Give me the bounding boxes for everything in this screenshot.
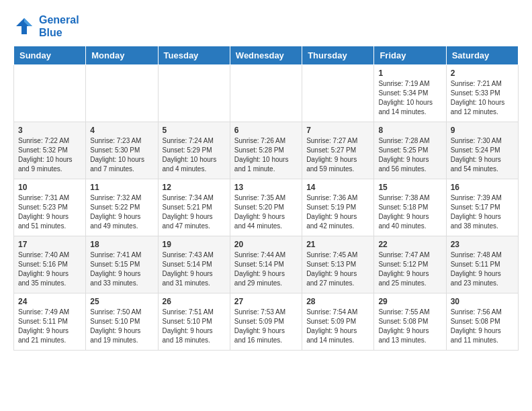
- day-number: 1: [378, 68, 441, 78]
- calendar-cell: 11 Sunrise: 7:32 AM Sunset: 5:22 PM Dayl…: [86, 179, 158, 236]
- calendar-cell: 23 Sunrise: 7:48 AM Sunset: 5:11 PM Dayl…: [446, 236, 518, 293]
- sunset-label: Sunset: 5:19 PM: [306, 203, 356, 211]
- day-number: 3: [18, 126, 81, 135]
- calendar-cell: 21 Sunrise: 7:45 AM Sunset: 5:13 PM Dayl…: [302, 236, 374, 293]
- day-number: 17: [18, 240, 81, 249]
- sunrise-label: Sunrise: 7:27 AM: [306, 137, 357, 144]
- day-number: 22: [378, 240, 441, 249]
- day-number: 26: [163, 297, 226, 306]
- calendar-cell: 2 Sunrise: 7:21 AM Sunset: 5:33 PM Dayli…: [446, 65, 518, 122]
- day-number: 10: [18, 183, 81, 192]
- daylight-label: Daylight: 9 hours and 19 minutes.: [90, 327, 140, 344]
- day-info: Sunrise: 7:35 AM Sunset: 5:20 PM Dayligh…: [234, 193, 298, 231]
- calendar-cell: [302, 65, 374, 122]
- day-info: Sunrise: 7:30 AM Sunset: 5:24 PM Dayligh…: [451, 136, 514, 174]
- logo-icon: [13, 15, 35, 37]
- day-number: 19: [163, 240, 226, 249]
- daylight-label: Daylight: 9 hours and 51 minutes.: [18, 213, 69, 230]
- day-info: Sunrise: 7:36 AM Sunset: 5:19 PM Dayligh…: [306, 193, 369, 231]
- daylight-label: Daylight: 9 hours and 44 minutes.: [234, 213, 285, 230]
- sunrise-label: Sunrise: 7:24 AM: [163, 137, 214, 144]
- sunrise-label: Sunrise: 7:26 AM: [234, 137, 285, 144]
- sunrise-label: Sunrise: 7:47 AM: [378, 251, 429, 259]
- day-number: 2: [451, 68, 514, 78]
- calendar-cell: 25 Sunrise: 7:50 AM Sunset: 5:10 PM Dayl…: [86, 293, 158, 351]
- daylight-label: Daylight: 9 hours and 59 minutes.: [306, 156, 357, 173]
- calendar-cell: 1 Sunrise: 7:19 AM Sunset: 5:34 PM Dayli…: [374, 65, 446, 122]
- daylight-label: Daylight: 10 hours and 1 minute.: [234, 156, 289, 173]
- sunrise-label: Sunrise: 7:36 AM: [306, 194, 357, 201]
- day-number: 13: [234, 183, 298, 192]
- daylight-label: Daylight: 9 hours and 49 minutes.: [90, 213, 140, 230]
- day-info: Sunrise: 7:23 AM Sunset: 5:30 PM Dayligh…: [90, 136, 153, 174]
- sunset-label: Sunset: 5:10 PM: [163, 318, 212, 325]
- sunset-label: Sunset: 5:14 PM: [163, 261, 212, 268]
- calendar-cell: [230, 65, 302, 122]
- daylight-label: Daylight: 9 hours and 16 minutes.: [234, 327, 285, 344]
- calendar-cell: 26 Sunrise: 7:51 AM Sunset: 5:10 PM Dayl…: [158, 293, 230, 351]
- day-info: Sunrise: 7:51 AM Sunset: 5:10 PM Dayligh…: [163, 308, 226, 345]
- day-info: Sunrise: 7:47 AM Sunset: 5:12 PM Dayligh…: [378, 250, 441, 288]
- sunrise-label: Sunrise: 7:51 AM: [163, 308, 214, 316]
- daylight-label: Daylight: 9 hours and 35 minutes.: [18, 270, 69, 287]
- daylight-label: Daylight: 9 hours and 31 minutes.: [163, 270, 213, 287]
- day-info: Sunrise: 7:41 AM Sunset: 5:15 PM Dayligh…: [90, 250, 153, 288]
- sunset-label: Sunset: 5:12 PM: [378, 261, 428, 268]
- calendar-cell: 30 Sunrise: 7:56 AM Sunset: 5:08 PM Dayl…: [446, 293, 518, 351]
- day-number: 6: [234, 126, 298, 135]
- day-info: Sunrise: 7:45 AM Sunset: 5:13 PM Dayligh…: [306, 250, 369, 288]
- sunset-label: Sunset: 5:08 PM: [378, 318, 428, 325]
- sunrise-label: Sunrise: 7:48 AM: [451, 251, 502, 259]
- sunrise-label: Sunrise: 7:44 AM: [234, 251, 285, 259]
- sunset-label: Sunset: 5:33 PM: [451, 89, 500, 97]
- sunrise-label: Sunrise: 7:19 AM: [378, 80, 429, 87]
- day-number: 28: [306, 297, 369, 306]
- page-header: General Blue: [13, 13, 519, 39]
- calendar-week-row: 10 Sunrise: 7:31 AM Sunset: 5:23 PM Dayl…: [14, 179, 519, 236]
- day-number: 8: [378, 126, 441, 135]
- calendar-cell: 6 Sunrise: 7:26 AM Sunset: 5:28 PM Dayli…: [230, 122, 302, 179]
- sunset-label: Sunset: 5:13 PM: [306, 261, 356, 268]
- day-number: 5: [163, 126, 226, 135]
- calendar-cell: 22 Sunrise: 7:47 AM Sunset: 5:12 PM Dayl…: [374, 236, 446, 293]
- daylight-label: Daylight: 10 hours and 14 minutes.: [378, 99, 433, 116]
- calendar-header-monday: Monday: [86, 46, 158, 65]
- daylight-label: Daylight: 9 hours and 40 minutes.: [378, 213, 429, 230]
- sunrise-label: Sunrise: 7:55 AM: [378, 308, 429, 316]
- daylight-label: Daylight: 9 hours and 21 minutes.: [18, 327, 69, 344]
- day-number: 7: [306, 126, 369, 135]
- daylight-label: Daylight: 9 hours and 11 minutes.: [451, 327, 501, 344]
- sunrise-label: Sunrise: 7:34 AM: [163, 194, 214, 201]
- sunset-label: Sunset: 5:23 PM: [18, 203, 68, 211]
- calendar-cell: 24 Sunrise: 7:49 AM Sunset: 5:11 PM Dayl…: [14, 293, 86, 351]
- calendar-cell: [158, 65, 230, 122]
- calendar-cell: 17 Sunrise: 7:40 AM Sunset: 5:16 PM Dayl…: [14, 236, 86, 293]
- day-number: 11: [90, 183, 153, 192]
- sunrise-label: Sunrise: 7:28 AM: [378, 137, 429, 144]
- day-info: Sunrise: 7:54 AM Sunset: 5:09 PM Dayligh…: [306, 308, 369, 345]
- daylight-label: Daylight: 9 hours and 14 minutes.: [306, 327, 357, 344]
- day-info: Sunrise: 7:38 AM Sunset: 5:18 PM Dayligh…: [378, 193, 441, 231]
- sunset-label: Sunset: 5:11 PM: [451, 261, 500, 268]
- calendar-cell: 5 Sunrise: 7:24 AM Sunset: 5:29 PM Dayli…: [158, 122, 230, 179]
- sunrise-label: Sunrise: 7:49 AM: [18, 308, 69, 316]
- sunset-label: Sunset: 5:18 PM: [378, 203, 428, 211]
- sunrise-label: Sunrise: 7:43 AM: [163, 251, 214, 259]
- sunrise-label: Sunrise: 7:22 AM: [18, 137, 69, 144]
- calendar-week-row: 24 Sunrise: 7:49 AM Sunset: 5:11 PM Dayl…: [14, 293, 519, 351]
- calendar-cell: 18 Sunrise: 7:41 AM Sunset: 5:15 PM Dayl…: [86, 236, 158, 293]
- sunset-label: Sunset: 5:21 PM: [163, 203, 212, 211]
- sunset-label: Sunset: 5:11 PM: [18, 318, 68, 325]
- daylight-label: Daylight: 10 hours and 4 minutes.: [163, 156, 217, 173]
- day-number: 12: [163, 183, 226, 192]
- calendar-table: SundayMondayTuesdayWednesdayThursdayFrid…: [13, 46, 519, 351]
- day-number: 4: [90, 126, 153, 135]
- day-number: 14: [306, 183, 369, 192]
- sunset-label: Sunset: 5:17 PM: [451, 203, 500, 211]
- day-info: Sunrise: 7:39 AM Sunset: 5:17 PM Dayligh…: [451, 193, 514, 231]
- day-info: Sunrise: 7:31 AM Sunset: 5:23 PM Dayligh…: [18, 193, 81, 231]
- daylight-label: Daylight: 9 hours and 42 minutes.: [306, 213, 357, 230]
- sunset-label: Sunset: 5:20 PM: [234, 203, 284, 211]
- calendar-cell: 4 Sunrise: 7:23 AM Sunset: 5:30 PM Dayli…: [86, 122, 158, 179]
- day-info: Sunrise: 7:28 AM Sunset: 5:25 PM Dayligh…: [378, 136, 441, 174]
